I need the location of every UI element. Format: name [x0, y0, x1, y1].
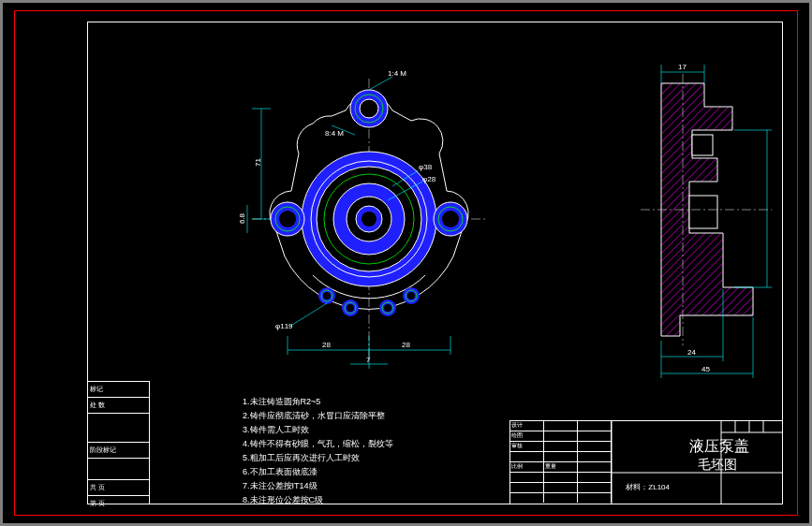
dim-side-w: 24	[687, 348, 696, 357]
revision-table: 标记 处 数 阶段标记 共 页 第 页	[88, 381, 150, 504]
rev-label-3: 阶段标记	[90, 446, 116, 455]
note-8: 8.未注形位公差按C级	[243, 493, 393, 507]
svg-point-35	[407, 292, 415, 300]
front-view: 1:4 M 8:4 M φ38 φ28 φ119 71 6.8 28 28 7	[214, 69, 514, 378]
dim-side-top: 17	[678, 63, 687, 71]
dim-boltcircle: φ119	[275, 322, 293, 330]
title-block-grid: 设计 绘图 审核 比例重量	[510, 421, 612, 504]
note-2: 2.铸件应彻底清砂，水冒口应清除平整	[243, 409, 393, 423]
dim-mid-leader: 8:4 M	[325, 129, 344, 138]
material-spec: 材料：ZL104	[626, 482, 670, 492]
svg-line-50	[369, 77, 392, 90]
svg-line-54	[289, 303, 327, 327]
svg-point-29	[323, 292, 331, 300]
svg-point-21	[279, 211, 296, 227]
svg-rect-56	[692, 135, 713, 155]
note-4: 4.铸件不得有砂眼，气孔，缩松，裂纹等	[243, 437, 393, 451]
svg-point-33	[384, 304, 391, 312]
dim-h-sec: 6.8	[238, 213, 246, 224]
part-name: 液压泵盖	[689, 438, 749, 455]
note-5: 5.粗加工后应再次进行人工时效	[243, 451, 393, 465]
rev-label-4: 共 页	[90, 483, 105, 492]
note-7: 7.未注公差按IT14级	[243, 479, 393, 493]
note-1: 1.未注铸造圆角R2~5	[243, 395, 393, 409]
svg-rect-57	[689, 196, 717, 228]
dim-top-leader: 1:4 M	[388, 69, 406, 78]
rev-label-5: 第 页	[90, 499, 105, 508]
rev-label-2: 处 数	[90, 401, 105, 410]
dim-h-main: 71	[254, 158, 262, 167]
note-6: 6.不加工表面做底漆	[243, 465, 393, 479]
svg-point-25	[442, 211, 459, 227]
drawing-type: 毛坯图	[698, 457, 737, 474]
dim-side-full: 45	[701, 365, 710, 373]
title-block: 设计 绘图 审核 比例重量 液压泵盖 毛坯图 材料：ZL104	[509, 420, 782, 504]
cad-viewport: 1:4 M 8:4 M φ38 φ28 φ119 71 6.8 28 28 7	[3, 3, 809, 523]
note-3: 3.铸件需人工时效	[243, 423, 393, 437]
side-section-view: 17 24 45	[613, 55, 812, 392]
dim-wc: 7	[366, 356, 370, 364]
svg-point-7	[362, 212, 376, 226]
dim-wr: 28	[402, 341, 410, 349]
model-space[interactable]: 1:4 M 8:4 M φ38 φ28 φ119 71 6.8 28 28 7	[88, 22, 782, 504]
dim-wl: 28	[322, 341, 331, 349]
rev-label-1: 标记	[90, 385, 103, 394]
drawing-frame: 1:4 M 8:4 M φ38 φ28 φ119 71 6.8 28 28 7	[87, 22, 783, 504]
svg-point-31	[347, 304, 354, 312]
dim-phi1: φ38	[419, 163, 432, 171]
dim-phi2: φ28	[422, 175, 436, 183]
technical-notes: 1.未注铸造圆角R2~5 2.铸件应彻底清砂，水冒口应清除平整 3.铸件需人工时…	[243, 395, 393, 507]
